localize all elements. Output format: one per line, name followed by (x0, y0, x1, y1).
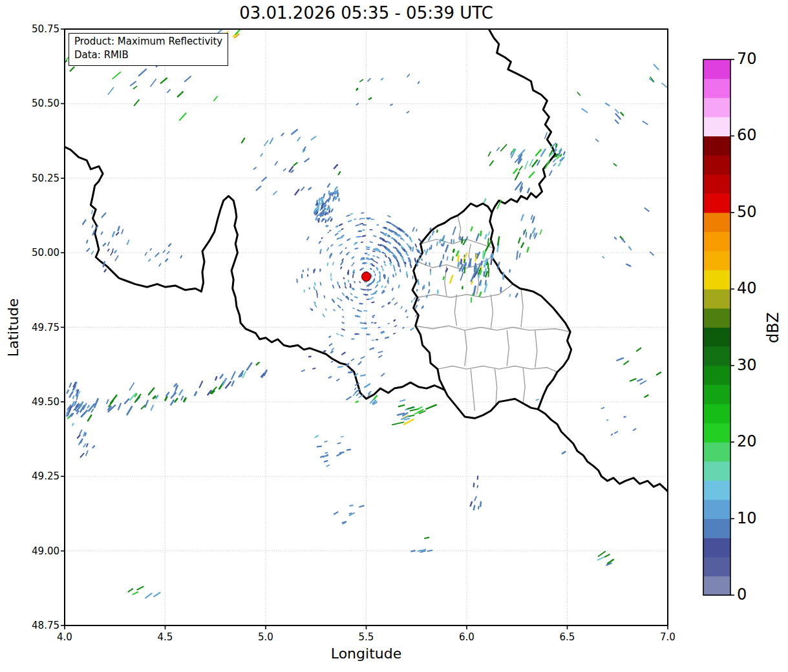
radar-figure: 03.01.2026 05:35 - 05:39 UTC Product: Ma… (0, 0, 788, 672)
y-tick-label: 50.50 (12, 98, 59, 109)
colorbar-tick-label: 60 (737, 126, 757, 144)
xaxis-label: Longitude (65, 646, 668, 662)
colorbar (703, 59, 734, 596)
colorbar-label: dBZ (764, 299, 783, 356)
y-tick-label: 49.50 (12, 396, 59, 408)
country-borders (65, 29, 668, 491)
y-tick-label: 48.75 (12, 620, 59, 631)
x-tick-label: 4.5 (146, 631, 185, 643)
y-tick-label: 50.75 (12, 23, 59, 35)
colorbar-tick-label: 10 (737, 509, 757, 527)
x-tick-label: 4.0 (45, 631, 84, 643)
product-info-line1: Product: Maximum Reflectivity (74, 35, 222, 48)
x-tick-label: 5.0 (246, 631, 285, 643)
x-tick-label: 5.5 (347, 631, 386, 643)
x-tick-label: 6.5 (548, 631, 587, 643)
colorbar-tick-label: 40 (737, 279, 757, 297)
x-tick-label: 6.0 (447, 631, 486, 643)
x-tick-label: 7.0 (648, 631, 687, 643)
product-info-line2: Data: RMIB (74, 48, 222, 62)
colorbar-tick-label: 30 (737, 356, 757, 374)
y-tick-label: 49.00 (12, 545, 59, 557)
colorbar-tick-label: 50 (737, 203, 757, 221)
y-tick-label: 50.00 (12, 247, 59, 258)
radar-map-canvas (0, 0, 788, 672)
radar-echoes (62, 28, 667, 598)
radar-location-dot (362, 272, 371, 281)
y-tick-label: 49.75 (12, 322, 59, 333)
colorbar-tick-label: 70 (737, 50, 757, 68)
grid-lines (65, 29, 668, 625)
product-info-box: Product: Maximum Reflectivity Data: RMIB (69, 33, 228, 66)
y-tick-label: 49.25 (12, 470, 59, 482)
y-tick-label: 50.25 (12, 173, 59, 184)
colorbar-tick-label: 0 (737, 585, 747, 604)
colorbar-tick-label: 20 (737, 432, 757, 450)
